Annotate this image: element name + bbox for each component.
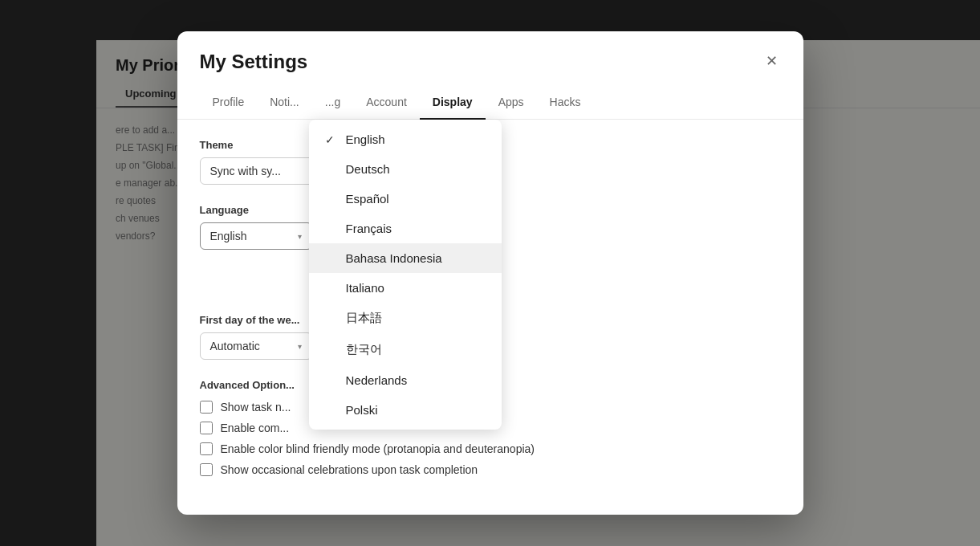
language-section: Language English ▾ ✓ English Deutsch	[200, 204, 781, 250]
first-day-chevron-icon: ▾	[298, 342, 302, 351]
language-dropdown: ✓ English Deutsch Español Français	[309, 120, 502, 430]
checkbox-celebrations[interactable]	[200, 463, 213, 476]
tab-profile[interactable]: Profile	[200, 89, 258, 120]
lang-label-english: English	[346, 132, 385, 146]
checkbox-color-blind-label: Enable color blind friendly mode (protan…	[221, 442, 535, 455]
tab-hacks[interactable]: Hacks	[537, 89, 594, 120]
lang-label-nederlands: Nederlands	[346, 373, 408, 387]
lang-option-nederlands[interactable]: Nederlands	[309, 365, 502, 395]
modal-header: My Settings ✕	[177, 31, 803, 73]
language-chevron-icon: ▾	[298, 232, 302, 241]
checkbox-enable-com[interactable]	[200, 422, 213, 434]
checkbox-row-3: Show occasional celebrations upon task c…	[200, 463, 781, 476]
lang-label-italiano: Italiano	[346, 281, 384, 295]
lang-label-japanese: 日本語	[346, 311, 382, 326]
tab-display[interactable]: Display	[420, 89, 486, 120]
checkbox-color-blind[interactable]	[200, 442, 213, 455]
lang-option-deutsch[interactable]: Deutsch	[309, 154, 502, 184]
first-day-value: Automatic	[210, 340, 260, 352]
check-icon-english: ✓	[325, 133, 338, 146]
lang-label-bahasa: Bahasa Indonesia	[346, 251, 442, 265]
lang-option-italiano[interactable]: Italiano	[309, 273, 502, 303]
close-icon: ✕	[766, 54, 778, 68]
lang-label-deutsch: Deutsch	[346, 162, 390, 176]
modal-title: My Settings	[200, 51, 308, 73]
lang-label-polski: Polski	[346, 403, 378, 417]
lang-option-francais[interactable]: Français	[309, 214, 502, 243]
lang-label-francais: Français	[346, 222, 392, 235]
tab-notifications[interactable]: Noti...	[257, 89, 312, 120]
lang-label-espanol: Español	[346, 192, 389, 206]
first-day-selector[interactable]: Automatic ▾	[200, 332, 312, 360]
modal-tabs: Profile Noti... ...g Account Display App…	[177, 79, 803, 120]
lang-option-polski[interactable]: Polski	[309, 395, 502, 425]
checkbox-celebrations-label: Show occasional celebrations upon task c…	[221, 463, 478, 476]
tab-billing[interactable]: ...g	[312, 89, 353, 120]
close-button[interactable]: ✕	[762, 51, 781, 71]
language-value: English	[210, 230, 247, 242]
checkbox-enable-com-label: Enable com...	[221, 422, 290, 434]
lang-option-espanol[interactable]: Español	[309, 184, 502, 214]
lang-label-korean: 한국어	[346, 342, 382, 357]
tab-account[interactable]: Account	[353, 89, 420, 120]
settings-modal: My Settings ✕ Profile Noti... ...g Accou…	[177, 31, 803, 515]
lang-option-bahasa[interactable]: Bahasa Indonesia	[309, 243, 502, 273]
tab-apps[interactable]: Apps	[486, 89, 537, 120]
language-selector[interactable]: English ▾	[200, 222, 312, 250]
checkbox-show-task[interactable]	[200, 401, 213, 414]
checkbox-show-task-label: Show task n...	[221, 401, 291, 414]
lang-option-korean[interactable]: 한국어	[309, 334, 502, 365]
checkbox-row-2: Enable color blind friendly mode (protan…	[200, 442, 781, 455]
modal-body: Theme Sync with sy... ▾ Language English…	[177, 120, 803, 515]
lang-option-japanese[interactable]: 日本語	[309, 303, 502, 334]
lang-option-english[interactable]: ✓ English	[309, 124, 502, 154]
modal-overlay: My Settings ✕ Profile Noti... ...g Accou…	[0, 0, 980, 546]
theme-value: Sync with sy...	[210, 165, 281, 177]
